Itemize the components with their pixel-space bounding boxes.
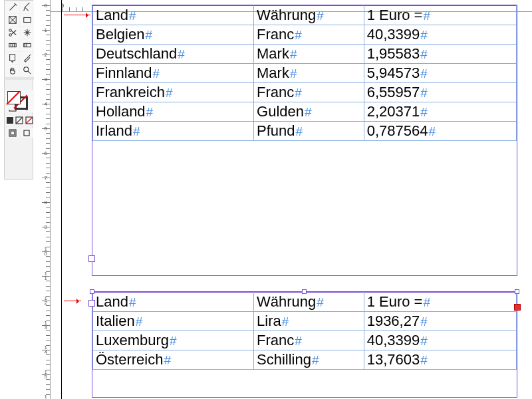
table-cell[interactable]: Belgien# (93, 25, 254, 45)
cell-text: 1936,27 (367, 313, 420, 329)
out-port-frame-1[interactable] (88, 255, 95, 262)
svg-rect-13 (11, 131, 15, 135)
cell-text: Irland (96, 122, 132, 139)
handle-tl[interactable] (90, 289, 94, 294)
table-row: Frankreich#Franc#6,55957# (93, 83, 517, 102)
table-cell[interactable]: 40,3399# (364, 25, 516, 45)
table-row: Österreich#Schilling#13,7603# (93, 350, 517, 370)
table-cell[interactable]: Land# (93, 6, 254, 25)
eyedropper-icon[interactable] (20, 52, 34, 64)
ellipse-frame-icon[interactable] (20, 14, 34, 26)
annotation-arrow-2 (64, 301, 81, 301)
table-row: Luxemburg#Franc#40,3399# (93, 331, 517, 350)
cell-text: Frankreich (96, 84, 165, 100)
cell-text: Franc (257, 84, 294, 100)
table-2: Land#Währung#1 Euro =#Italien#Lira#1936,… (92, 292, 517, 370)
end-of-cell-marker: # (294, 28, 302, 42)
table-cell[interactable]: Irland# (93, 122, 254, 141)
table-cell[interactable]: 13,7603# (364, 350, 516, 370)
table-cell[interactable]: Franc# (254, 331, 364, 350)
table-cell[interactable]: 40,3399# (364, 331, 516, 350)
handle-tm[interactable] (302, 289, 307, 294)
svg-point-3 (9, 29, 11, 32)
table-cell[interactable]: Franc# (254, 83, 364, 102)
svg-point-2 (9, 34, 11, 37)
end-of-cell-marker: # (294, 334, 302, 348)
table-cell[interactable]: Pfund# (254, 122, 364, 141)
end-of-cell-marker: # (420, 28, 428, 42)
overset-indicator[interactable] (514, 304, 521, 311)
end-of-cell-marker: # (422, 9, 430, 23)
apply-color-icon[interactable] (6, 116, 14, 125)
cell-text: Lira (257, 313, 281, 329)
table-cell[interactable]: Finnland# (93, 64, 254, 83)
free-transform-icon[interactable] (20, 27, 34, 39)
table-1: Land#Währung#1 Euro =#Belgien#Franc#40,3… (92, 5, 517, 141)
cell-text: Währung (257, 7, 316, 23)
table-cell[interactable]: 0,787564# (364, 122, 516, 141)
table-cell[interactable]: 2,20371# (364, 102, 516, 122)
table-cell[interactable]: Währung# (254, 293, 364, 312)
end-of-cell-marker: # (132, 124, 140, 138)
table-cell[interactable]: Mark# (254, 45, 364, 64)
end-of-cell-marker: # (316, 9, 324, 23)
table-cell[interactable]: 5,94573# (364, 64, 516, 83)
hand-icon[interactable] (5, 65, 19, 76)
end-of-cell-marker: # (163, 353, 171, 367)
apply-gradient-icon[interactable] (15, 116, 23, 125)
table-row: Holland#Gulden#2,20371# (93, 102, 517, 122)
pencil-icon[interactable] (20, 1, 34, 13)
end-of-cell-marker: # (128, 9, 136, 23)
end-of-cell-marker: # (152, 66, 160, 80)
table-cell[interactable]: Mark# (254, 64, 364, 83)
table-row: Italien#Lira#1936,27# (93, 312, 517, 331)
handle-tr[interactable] (515, 289, 519, 294)
end-of-cell-marker: # (177, 47, 185, 61)
table-cell[interactable]: Währung# (254, 6, 364, 25)
cell-text: Schilling (257, 351, 311, 368)
pen-icon[interactable] (5, 1, 19, 13)
svg-rect-6 (9, 55, 15, 61)
table-row: Belgien#Franc#40,3399# (93, 25, 517, 45)
cell-text: Deutschland (96, 45, 177, 62)
fill-swatch-none[interactable] (7, 91, 21, 104)
table-cell[interactable]: Lira# (254, 312, 364, 331)
note-icon[interactable] (5, 52, 19, 64)
gradient-icon[interactable] (5, 39, 19, 51)
rectangle-frame-icon[interactable] (5, 14, 19, 26)
table-cell[interactable]: Schilling# (254, 350, 364, 370)
gradient-feather-icon[interactable] (20, 39, 34, 51)
end-of-cell-marker: # (289, 47, 297, 61)
table-cell[interactable]: 1 Euro =# (364, 6, 516, 25)
normal-view-icon[interactable] (6, 128, 19, 138)
text-frame-1[interactable]: Land#Währung#1 Euro =#Belgien#Franc#40,3… (92, 5, 517, 276)
table-cell[interactable]: Frankreich# (93, 83, 254, 102)
table-cell[interactable]: Italien# (93, 312, 254, 331)
apply-none-icon[interactable] (25, 116, 33, 125)
text-frame-2[interactable]: Land#Währung#1 Euro =#Italien#Lira#1936,… (92, 291, 517, 398)
table-cell[interactable]: Gulden# (254, 102, 364, 122)
end-of-cell-marker: # (420, 353, 428, 367)
fill-stroke-swatch[interactable] (5, 90, 34, 110)
table-cell[interactable]: 1,95583# (364, 45, 516, 64)
cell-text: Mark (257, 45, 289, 62)
cell-text: Franc (257, 332, 294, 348)
table-cell[interactable]: 1936,27# (364, 312, 516, 331)
table-cell[interactable]: 1 Euro =# (364, 293, 516, 312)
end-of-cell-marker: # (169, 334, 177, 348)
in-port-frame-2[interactable] (88, 300, 95, 307)
table-cell[interactable]: Franc# (254, 25, 364, 45)
zoom-icon[interactable] (20, 65, 34, 76)
svg-point-7 (23, 67, 28, 72)
preview-view-icon[interactable] (21, 128, 34, 138)
table-cell[interactable]: Luxemburg# (93, 331, 254, 350)
cell-text: Franc (257, 26, 294, 43)
table-cell[interactable]: Land# (93, 293, 254, 312)
tools-panel (4, 0, 33, 180)
cell-text: Land (96, 7, 128, 23)
table-cell[interactable]: Deutschland# (93, 45, 254, 64)
table-cell[interactable]: Holland# (93, 102, 254, 122)
scissors-icon[interactable] (5, 27, 19, 39)
table-cell[interactable]: Österreich# (93, 350, 254, 370)
table-cell[interactable]: 6,55957# (364, 83, 516, 102)
